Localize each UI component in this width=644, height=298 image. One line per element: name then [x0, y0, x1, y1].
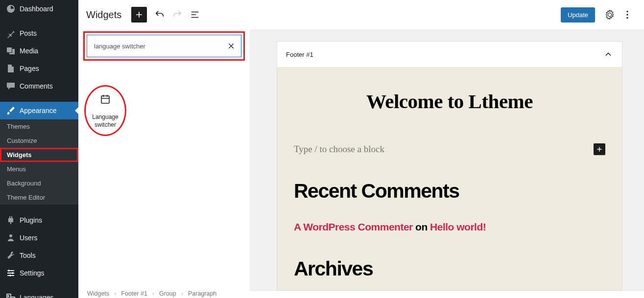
language-switcher-block-icon [99, 93, 111, 105]
wrench-icon [6, 251, 16, 260]
sidebar-item-media[interactable]: Media [0, 42, 78, 60]
add-block-button[interactable] [131, 7, 147, 23]
breadcrumb-separator: › [181, 290, 183, 297]
widget-area-title: Footer #1 [286, 51, 313, 58]
page-title: Widgets [86, 9, 121, 21]
widget-area-body: Welcome to Ltheme Type / to choose a blo… [277, 67, 622, 290]
sidebar-item-label: Media [20, 47, 38, 55]
plus-icon [596, 145, 603, 153]
block-breadcrumb: Widgets › Footer #1 › Group › Paragraph [87, 289, 216, 298]
svg-rect-3 [101, 96, 109, 103]
block-item-language-switcher[interactable]: Language switcher [84, 85, 126, 136]
post-link[interactable]: Hello world! [430, 221, 486, 232]
sidebar-submenu-appearance: Themes Customize Widgets Menus Backgroun… [0, 119, 78, 205]
welcome-heading: Welcome to Ltheme [294, 90, 605, 113]
breadcrumb-separator: › [114, 290, 116, 297]
update-button[interactable]: Update [561, 7, 595, 23]
admin-sidebar: Dashboard Posts Media Pages Comments App… [0, 0, 78, 298]
sidebar-item-posts[interactable]: Posts [0, 24, 78, 42]
sidebar-item-label: Settings [20, 269, 45, 277]
list-view-button[interactable] [187, 7, 203, 23]
more-options-button[interactable] [619, 6, 636, 23]
sidebar-item-label: Users [20, 234, 38, 242]
user-icon [6, 233, 16, 243]
widget-preview-panel: Footer #1 Welcome to Ltheme Type / to ch… [250, 29, 644, 291]
page-icon [6, 64, 16, 73]
dashboard-icon [6, 4, 16, 14]
sidebar-item-tools[interactable]: Tools [0, 247, 78, 264]
block-appender-row: Type / to choose a block [294, 143, 605, 155]
undo-icon [154, 9, 165, 20]
breadcrumb-separator: › [152, 290, 154, 297]
list-view-icon [190, 9, 200, 20]
pin-icon [6, 28, 16, 38]
sidebar-item-comments[interactable]: Comments [0, 77, 78, 95]
inline-add-block-button[interactable] [594, 143, 605, 155]
sidebar-item-users[interactable]: Users [0, 229, 78, 247]
on-text: on [413, 221, 430, 232]
close-icon [227, 42, 235, 50]
chevron-up-icon [603, 49, 613, 59]
breadcrumb-item[interactable]: Paragraph [188, 290, 216, 297]
sidebar-sub-menus[interactable]: Menus [0, 162, 78, 176]
sidebar-item-languages[interactable]: Languages [0, 289, 78, 298]
sidebar-item-label: Languages [20, 294, 53, 298]
editor-topbar: Widgets Update [78, 0, 644, 29]
clear-search-button[interactable] [221, 36, 241, 56]
sidebar-item-dashboard[interactable]: Dashboard [0, 0, 78, 18]
breadcrumb-item[interactable]: Group [159, 290, 176, 297]
block-item-label: Language switcher [92, 113, 118, 129]
sidebar-item-label: Comments [20, 82, 53, 90]
block-appender-prompt[interactable]: Type / to choose a block [294, 144, 384, 155]
undo-button[interactable] [152, 7, 167, 23]
recent-comments-heading: Recent Comments [294, 180, 605, 203]
svg-point-2 [626, 17, 628, 19]
plugin-icon [6, 215, 16, 225]
commenter-link[interactable]: A WordPress Commenter [294, 221, 413, 232]
more-vertical-icon [622, 9, 633, 20]
sidebar-sub-theme-editor[interactable]: Theme Editor [0, 190, 78, 205]
sidebar-item-settings[interactable]: Settings [0, 264, 78, 282]
block-search-wrap [87, 35, 241, 57]
comment-icon [6, 81, 16, 91]
block-inserter-panel: Language switcher [78, 29, 250, 298]
sidebar-item-label: Pages [20, 65, 39, 72]
settings-button[interactable] [601, 6, 619, 23]
sidebar-sub-customize[interactable]: Customize [0, 134, 78, 148]
breadcrumb-item[interactable]: Footer #1 [121, 290, 147, 297]
sidebar-sub-widgets[interactable]: Widgets [0, 148, 78, 162]
widget-area-footer-1: Footer #1 Welcome to Ltheme Type / to ch… [277, 41, 622, 291]
block-results-grid: Language switcher [78, 61, 250, 136]
search-highlight-annotation [83, 31, 245, 61]
gear-icon [604, 9, 615, 20]
recent-comment-entry: A WordPress Commenter on Hello world! [294, 221, 605, 233]
widget-area-header[interactable]: Footer #1 [277, 42, 622, 67]
archives-heading: Archives [294, 257, 605, 280]
breadcrumb-item[interactable]: Widgets [87, 290, 109, 297]
sidebar-item-label: Tools [20, 252, 36, 259]
sidebar-item-label: Dashboard [20, 5, 53, 13]
translate-icon [6, 293, 16, 298]
sidebar-item-label: Plugins [20, 216, 42, 224]
svg-point-0 [626, 11, 628, 12]
brush-icon [6, 106, 16, 115]
media-icon [6, 46, 16, 56]
sidebar-sub-themes[interactable]: Themes [0, 119, 78, 134]
svg-point-1 [626, 14, 628, 15]
redo-icon [172, 9, 183, 20]
redo-button[interactable] [169, 7, 185, 23]
block-search-input[interactable] [87, 43, 221, 50]
sliders-icon [6, 268, 16, 278]
sidebar-item-label: Appearance [20, 107, 57, 115]
sidebar-item-plugins[interactable]: Plugins [0, 211, 78, 229]
sidebar-item-pages[interactable]: Pages [0, 60, 78, 77]
sidebar-item-appearance[interactable]: Appearance [0, 102, 78, 119]
plus-icon [134, 10, 144, 20]
sidebar-sub-background[interactable]: Background [0, 176, 78, 190]
sidebar-item-label: Posts [20, 29, 37, 37]
